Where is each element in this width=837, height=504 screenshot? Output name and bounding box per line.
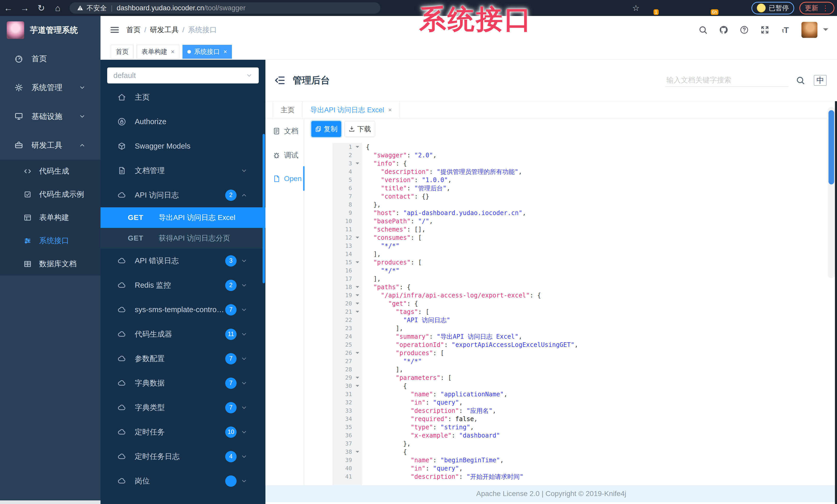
api-group-select[interactable]: default [107,68,259,83]
fold-caret-icon[interactable] [356,146,359,150]
api-nav-主页[interactable]: 主页 [101,85,265,109]
help-icon[interactable] [740,25,749,35]
search-icon[interactable] [698,25,708,35]
warning-icon [77,5,84,11]
api-operation-导出API 访问日志 Excel[interactable]: GET导出API 访问日志 Excel [101,207,265,228]
api-group-字典类型[interactable]: 字典类型7 [101,395,265,420]
copy-button[interactable]: 复制 [311,121,341,137]
address-bar[interactable]: 不安全 | dashboard.yudao.iocoder.cn /tool/s… [70,2,380,14]
api-group-API 错误日志[interactable]: API 错误日志3 [101,248,265,273]
browser-home-icon[interactable]: ⌂ [50,3,66,13]
close-icon[interactable]: × [171,48,175,55]
close-icon[interactable]: × [224,48,227,55]
breadcrumb-item[interactable]: 首页 [126,26,141,34]
caret-down-icon[interactable] [823,28,828,34]
browser-menu-icon[interactable]: ⋮ [822,4,829,12]
extension-orange-icon[interactable]: 1 [646,3,657,13]
fold-caret-icon[interactable] [356,311,359,315]
app-logo-row[interactable]: 芋道管理系统 [0,16,101,44]
code-line: 2 "swagger": "2.0", [333,151,827,160]
api-operation-获得API 访问日志分页[interactable]: GET获得API 访问日志分页 [101,228,265,248]
sidebar-subitem-数据库文档[interactable]: 数据库文档 [0,253,101,276]
line-number: 17 [333,275,361,283]
doc-search-input[interactable] [665,74,788,87]
hamburger-icon[interactable] [110,25,120,35]
sidebar-item-系统管理[interactable]: 系统管理 [0,73,101,102]
doc-tab-导出API 访问日志 Excel[interactable]: 导出API 访问日志 Excel× [302,101,400,119]
fullscreen-icon[interactable] [760,25,769,35]
paused-extension-pill[interactable]: 已暂停 [751,2,794,14]
fold-caret-icon[interactable] [356,286,359,290]
fold-caret-icon[interactable] [356,352,359,356]
code-line: 39 "name": "beginBeginTime", [333,456,827,464]
extension-drop-icon[interactable] [661,3,672,13]
url-path: /tool/swagger [204,4,246,12]
sidebar-subitem-表单构建[interactable]: 表单构建 [0,206,101,229]
language-toggle[interactable]: 中 [814,75,827,86]
api-nav-Swagger Models[interactable]: Swagger Models [101,134,265,158]
fold-caret-icon[interactable] [356,451,359,454]
doc-tab-主页[interactable]: 主页 [273,101,303,119]
sidebar-item-基础设施[interactable]: 基础设施 [0,102,101,131]
tab-表单构建[interactable]: 表单构建× [137,45,179,59]
tab-首页[interactable]: 首页 [111,45,133,59]
fold-caret-icon[interactable] [356,377,359,380]
sidebar-item-首页[interactable]: 首页 [0,44,101,73]
page-scrollbar-thumb[interactable] [829,110,834,184]
api-group-Redis 监控[interactable]: Redis 监控2 [101,273,265,297]
fold-caret-icon[interactable] [356,237,359,240]
panel-scrollbar-thumb[interactable] [263,134,265,283]
extension-star-icon[interactable] [736,3,747,13]
code-line: 28 ], [333,366,827,374]
gear-icon [14,83,23,92]
collapse-sidebar-icon[interactable] [274,75,286,86]
font-size-icon[interactable]: tT [781,25,790,35]
code-text: "type": "string", [361,423,474,431]
sidebar-subitem-系统接口[interactable]: 系统接口 [0,229,101,253]
sidebar-subitem-代码生成示例[interactable]: 代码生成示例 [0,183,101,206]
extension-grid-icon[interactable] [691,3,702,13]
tab-label: 系统接口 [194,48,220,56]
user-avatar[interactable] [801,22,817,38]
api-group-字典数据[interactable]: 字典数据7 [101,371,265,395]
fold-caret-icon[interactable] [356,261,359,265]
doc-search-icon[interactable] [796,76,805,85]
side-tab-Open[interactable]: Open [265,167,304,190]
breadcrumb-item[interactable]: 研发工具 [150,26,179,34]
api-group-岗位[interactable]: 岗位 [101,469,265,493]
browser-back-icon[interactable]: ← [0,3,17,13]
tab-系统接口[interactable]: 系统接口× [182,45,232,59]
api-group-定时任务[interactable]: 定时任务10 [101,420,265,444]
fold-caret-icon[interactable] [356,163,359,166]
line-number: 31 [333,390,361,398]
sidebar-subitem-label: 表单构建 [39,212,101,223]
api-group-label: 定时任务 [135,427,225,437]
extension-dark-icon[interactable]: 6h [706,3,717,13]
side-tab-调试[interactable]: 调试 [265,143,304,167]
bookmark-star-icon[interactable]: ☆ [627,3,644,13]
side-tab-文档[interactable]: 文档 [265,119,304,143]
api-group-参数配置[interactable]: 参数配置7 [101,347,265,371]
api-nav-Authorize[interactable]: Authorize [101,109,265,134]
api-group-代码生成器[interactable]: 代码生成器11 [101,322,265,347]
api-group-sys-sms-template-controller[interactable]: sys-sms-template-controller7 [101,297,265,322]
monitor-icon [14,112,23,121]
api-nav-文档管理[interactable]: 文档管理 [101,158,265,183]
api-group-定时任务日志[interactable]: 定时任务日志4 [101,444,265,469]
sidebar-item-研发工具[interactable]: 研发工具 [0,131,101,160]
browser-reload-icon[interactable]: ↻ [33,3,50,13]
close-icon[interactable]: × [388,106,392,114]
fold-caret-icon[interactable] [356,303,359,306]
fold-caret-icon[interactable] [356,385,359,389]
extension-leaf-icon[interactable] [721,3,732,13]
download-button[interactable]: 下载 [344,121,375,137]
fold-caret-icon[interactable] [356,294,359,298]
browser-update-button[interactable]: 更新 ⋮ [799,2,834,14]
browser-forward-icon[interactable]: → [17,3,33,13]
security-label[interactable]: 不安全 [87,4,107,13]
sidebar-subitem-代码生成[interactable]: 代码生成 [0,160,101,183]
github-icon[interactable] [719,25,728,35]
api-group-API 访问日志[interactable]: API 访问日志2 [101,183,265,207]
extension-green-ring-icon[interactable] [676,3,687,13]
api-groups: API 访问日志2GET导出API 访问日志 ExcelGET获得API 访问日… [101,183,265,493]
